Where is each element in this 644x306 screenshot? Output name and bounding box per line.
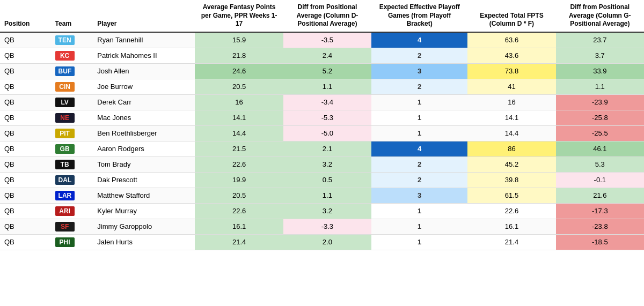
cell-diff: 3.2 — [283, 156, 371, 172]
cell-position: QB — [0, 188, 51, 203]
cell-col-g-diff: -17.3 — [556, 203, 644, 219]
cell-team: LV — [51, 94, 93, 110]
cell-avg-fpts: 14.4 — [195, 125, 283, 141]
cell-diff: 2.4 — [283, 48, 371, 63]
cell-team: TEN — [51, 32, 93, 48]
col-header-team: Team — [51, 0, 93, 32]
cell-position: QB — [0, 156, 51, 172]
cell-position: QB — [0, 48, 51, 63]
cell-diff: 1.1 — [283, 79, 371, 94]
cell-diff: -3.5 — [283, 32, 371, 48]
cell-avg-fpts: 15.9 — [195, 32, 283, 48]
cell-avg-fpts: 19.9 — [195, 172, 283, 188]
cell-exp-fpts: 39.8 — [467, 172, 555, 188]
cell-diff: -3.3 — [283, 219, 371, 234]
cell-avg-fpts: 20.5 — [195, 188, 283, 203]
cell-col-g-diff: 1.1 — [556, 79, 644, 94]
cell-playoff-games: 2 — [371, 156, 467, 172]
cell-playoff-games: 3 — [371, 63, 467, 79]
cell-position: QB — [0, 125, 51, 141]
cell-position: QB — [0, 234, 51, 250]
cell-playoff-games: 1 — [371, 203, 467, 219]
cell-avg-fpts: 16 — [195, 94, 283, 110]
table-row: QBARIKyler Murray22.63.2122.6-17.3 — [0, 203, 644, 219]
cell-playoff-games: 3 — [371, 188, 467, 203]
cell-player: Patrick Mahomes II — [93, 48, 195, 63]
cell-exp-fpts: 14.4 — [467, 125, 555, 141]
cell-team: SF — [51, 219, 93, 234]
cell-col-g-diff: 3.7 — [556, 48, 644, 63]
cell-playoff-games: 4 — [371, 32, 467, 48]
cell-avg-fpts: 21.8 — [195, 48, 283, 63]
cell-col-g-diff: 46.1 — [556, 141, 644, 156]
table-row: QBPHIJalen Hurts21.42.0121.4-18.5 — [0, 234, 644, 250]
table-row: QBTBTom Brady22.63.2245.25.3 — [0, 156, 644, 172]
col-header-position: Position — [0, 0, 51, 32]
cell-position: QB — [0, 172, 51, 188]
cell-exp-fpts: 14.1 — [467, 110, 555, 125]
cell-position: QB — [0, 141, 51, 156]
cell-team: GB — [51, 141, 93, 156]
cell-position: QB — [0, 32, 51, 48]
cell-col-g-diff: -25.5 — [556, 125, 644, 141]
cell-col-g-diff: -18.5 — [556, 234, 644, 250]
cell-avg-fpts: 21.4 — [195, 234, 283, 250]
cell-playoff-games: 4 — [371, 141, 467, 156]
cell-player: Josh Allen — [93, 63, 195, 79]
cell-playoff-games: 1 — [371, 234, 467, 250]
cell-player: Jimmy Garoppolo — [93, 219, 195, 234]
table-row: QBDALDak Prescott19.90.5239.8-0.1 — [0, 172, 644, 188]
cell-col-g-diff: -23.9 — [556, 94, 644, 110]
cell-player: Derek Carr — [93, 94, 195, 110]
table-row: QBKCPatrick Mahomes II21.82.4243.63.7 — [0, 48, 644, 63]
cell-player: Matthew Stafford — [93, 188, 195, 203]
col-header-exp-total-fpts: Expected Total FPTS (Column D * F) — [467, 0, 555, 32]
col-header-avg-fpts: Average Fantasy Points per Game, PPR Wee… — [195, 0, 283, 32]
cell-diff: -3.4 — [283, 94, 371, 110]
cell-col-g-diff: 5.3 — [556, 156, 644, 172]
table-row: QBSFJimmy Garoppolo16.1-3.3116.1-23.8 — [0, 219, 644, 234]
cell-avg-fpts: 16.1 — [195, 219, 283, 234]
cell-diff: -5.3 — [283, 110, 371, 125]
cell-team: ARI — [51, 203, 93, 219]
cell-exp-fpts: 41 — [467, 79, 555, 94]
cell-diff: -5.0 — [283, 125, 371, 141]
col-header-diff-pos-avg: Diff from Positional Average (Column D-P… — [283, 0, 371, 32]
cell-player: Dak Prescott — [93, 172, 195, 188]
cell-player: Aaron Rodgers — [93, 141, 195, 156]
cell-avg-fpts: 22.6 — [195, 156, 283, 172]
cell-team: BUF — [51, 63, 93, 79]
cell-playoff-games: 1 — [371, 110, 467, 125]
cell-player: Jalen Hurts — [93, 234, 195, 250]
cell-player: Ryan Tannehill — [93, 32, 195, 48]
table-row: QBNEMac Jones14.1-5.3114.1-25.8 — [0, 110, 644, 125]
cell-col-g-diff: 33.9 — [556, 63, 644, 79]
cell-diff: 5.2 — [283, 63, 371, 79]
cell-diff: 3.2 — [283, 203, 371, 219]
main-container: Position Team Player Average Fantasy Poi… — [0, 0, 644, 250]
table-row: QBPITBen Roethlisberger14.4-5.0114.4-25.… — [0, 125, 644, 141]
cell-avg-fpts: 24.6 — [195, 63, 283, 79]
cell-col-g-diff: -23.8 — [556, 219, 644, 234]
cell-exp-fpts: 21.4 — [467, 234, 555, 250]
cell-position: QB — [0, 110, 51, 125]
cell-diff: 0.5 — [283, 172, 371, 188]
cell-diff: 1.1 — [283, 188, 371, 203]
cell-team: DAL — [51, 172, 93, 188]
cell-exp-fpts: 73.8 — [467, 63, 555, 79]
cell-playoff-games: 2 — [371, 48, 467, 63]
table-row: QBCINJoe Burrow20.51.12411.1 — [0, 79, 644, 94]
col-header-exp-playoff-games: Expected Effective Playoff Games (from P… — [371, 0, 467, 32]
cell-position: QB — [0, 63, 51, 79]
cell-avg-fpts: 14.1 — [195, 110, 283, 125]
cell-avg-fpts: 20.5 — [195, 79, 283, 94]
table-row: QBTENRyan Tannehill15.9-3.5463.623.7 — [0, 32, 644, 48]
table-row: QBBUFJosh Allen24.65.2373.833.9 — [0, 63, 644, 79]
col-header-diff-col-g: Diff from Positional Average (Column G-P… — [556, 0, 644, 32]
cell-playoff-games: 2 — [371, 172, 467, 188]
cell-exp-fpts: 16 — [467, 94, 555, 110]
cell-player: Ben Roethlisberger — [93, 125, 195, 141]
cell-player: Tom Brady — [93, 156, 195, 172]
cell-avg-fpts: 21.5 — [195, 141, 283, 156]
cell-player: Mac Jones — [93, 110, 195, 125]
